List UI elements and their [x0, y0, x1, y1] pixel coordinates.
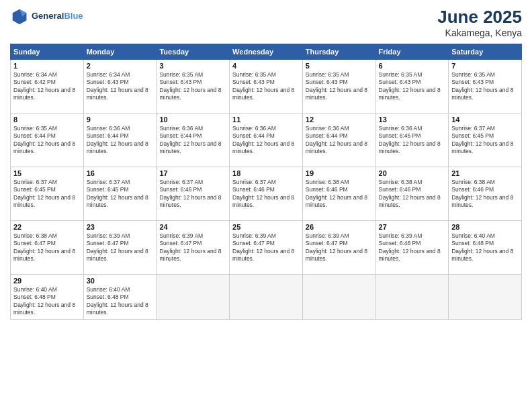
week-row-4: 22 Sunrise: 6:38 AMSunset: 6:47 PMDaylig… — [11, 221, 522, 275]
col-tuesday: Tuesday — [157, 44, 230, 60]
day-19: 19 Sunrise: 6:38 AMSunset: 6:46 PMDaylig… — [302, 167, 375, 221]
day-18: 18 Sunrise: 6:37 AMSunset: 6:46 PMDaylig… — [230, 167, 303, 221]
day-4: 4 Sunrise: 6:35 AMSunset: 6:43 PMDayligh… — [230, 60, 303, 113]
day-7: 7 Sunrise: 6:35 AMSunset: 6:43 PMDayligh… — [449, 60, 522, 113]
day-3: 3 Sunrise: 6:35 AMSunset: 6:43 PMDayligh… — [157, 60, 230, 113]
day-8: 8 Sunrise: 6:35 AMSunset: 6:44 PMDayligh… — [11, 113, 84, 167]
page: GeneralBlue June 2025 Kakamega, Kenya Su… — [0, 0, 532, 411]
day-23: 23 Sunrise: 6:39 AMSunset: 6:47 PMDaylig… — [83, 221, 157, 275]
logo-text: GeneralBlue — [32, 11, 83, 21]
day-29: 29 Sunrise: 6:40 AMSunset: 6:48 PMDaylig… — [11, 275, 84, 320]
day-30: 30 Sunrise: 6:40 AMSunset: 6:48 PMDaylig… — [83, 275, 157, 320]
day-25: 25 Sunrise: 6:39 AMSunset: 6:47 PMDaylig… — [230, 221, 303, 275]
day-2: 2 Sunrise: 6:34 AMSunset: 6:43 PMDayligh… — [83, 60, 157, 113]
day-14: 14 Sunrise: 6:37 AMSunset: 6:45 PMDaylig… — [449, 113, 522, 167]
day-20: 20 Sunrise: 6:38 AMSunset: 6:46 PMDaylig… — [375, 167, 449, 221]
title-block: June 2025 Kakamega, Kenya — [437, 7, 522, 38]
week-row-2: 8 Sunrise: 6:35 AMSunset: 6:44 PMDayligh… — [11, 113, 522, 167]
empty-cell-5 — [449, 275, 522, 320]
month-year: June 2025 — [437, 7, 522, 28]
day-13: 13 Sunrise: 6:36 AMSunset: 6:45 PMDaylig… — [375, 113, 449, 167]
col-friday: Friday — [375, 44, 449, 60]
day-9: 9 Sunrise: 6:36 AMSunset: 6:44 PMDayligh… — [83, 113, 157, 167]
day-22: 22 Sunrise: 6:38 AMSunset: 6:47 PMDaylig… — [11, 221, 84, 275]
empty-cell-3 — [302, 275, 375, 320]
day-1: 1 Sunrise: 6:34 AMSunset: 6:42 PMDayligh… — [11, 60, 84, 113]
week-row-5: 29 Sunrise: 6:40 AMSunset: 6:48 PMDaylig… — [11, 275, 522, 320]
day-12: 12 Sunrise: 6:36 AMSunset: 6:44 PMDaylig… — [302, 113, 375, 167]
week-row-3: 15 Sunrise: 6:37 AMSunset: 6:45 PMDaylig… — [11, 167, 522, 221]
logo-icon — [10, 7, 29, 26]
empty-cell-1 — [157, 275, 230, 320]
day-28: 28 Sunrise: 6:40 AMSunset: 6:48 PMDaylig… — [449, 221, 522, 275]
week-row-1: 1 Sunrise: 6:34 AMSunset: 6:42 PMDayligh… — [11, 60, 522, 113]
day-15: 15 Sunrise: 6:37 AMSunset: 6:45 PMDaylig… — [11, 167, 84, 221]
col-sunday: Sunday — [11, 44, 84, 60]
day-16: 16 Sunrise: 6:37 AMSunset: 6:45 PMDaylig… — [83, 167, 157, 221]
day-17: 17 Sunrise: 6:37 AMSunset: 6:46 PMDaylig… — [157, 167, 230, 221]
day-24: 24 Sunrise: 6:39 AMSunset: 6:47 PMDaylig… — [157, 221, 230, 275]
empty-cell-2 — [230, 275, 303, 320]
day-5: 5 Sunrise: 6:35 AMSunset: 6:43 PMDayligh… — [302, 60, 375, 113]
day-27: 27 Sunrise: 6:39 AMSunset: 6:48 PMDaylig… — [375, 221, 449, 275]
day-11: 11 Sunrise: 6:36 AMSunset: 6:44 PMDaylig… — [230, 113, 303, 167]
header: GeneralBlue June 2025 Kakamega, Kenya — [10, 7, 522, 38]
col-wednesday: Wednesday — [230, 44, 303, 60]
day-26: 26 Sunrise: 6:39 AMSunset: 6:47 PMDaylig… — [302, 221, 375, 275]
day-10: 10 Sunrise: 6:36 AMSunset: 6:44 PMDaylig… — [157, 113, 230, 167]
calendar-header-row: Sunday Monday Tuesday Wednesday Thursday… — [11, 44, 522, 60]
location: Kakamega, Kenya — [437, 28, 522, 38]
col-thursday: Thursday — [302, 44, 375, 60]
logo: GeneralBlue — [10, 7, 83, 26]
day-21: 21 Sunrise: 6:38 AMSunset: 6:46 PMDaylig… — [449, 167, 522, 221]
empty-cell-4 — [375, 275, 449, 320]
day-6: 6 Sunrise: 6:35 AMSunset: 6:43 PMDayligh… — [375, 60, 449, 113]
col-monday: Monday — [83, 44, 157, 60]
calendar-table: Sunday Monday Tuesday Wednesday Thursday… — [10, 44, 522, 320]
col-saturday: Saturday — [449, 44, 522, 60]
